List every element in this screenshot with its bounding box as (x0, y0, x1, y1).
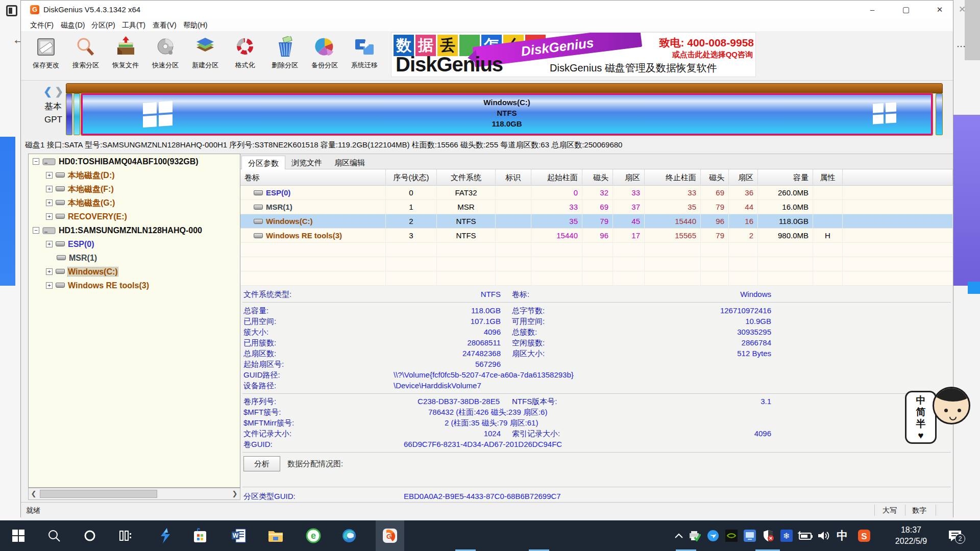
word-icon[interactable]: W (227, 520, 251, 551)
tree-item-recovery-e[interactable]: +RECOVERY(E:) (29, 209, 240, 223)
search-partition-button[interactable]: 搜索分区 (66, 33, 106, 79)
sogou-tray-icon[interactable]: S (855, 520, 873, 551)
recover-files-button[interactable]: 恢复文件 (106, 33, 145, 79)
col-header[interactable]: 起始柱面 (531, 169, 582, 186)
taskbar-clock[interactable]: 18:37 2022/5/9 (886, 524, 937, 547)
search-icon[interactable] (42, 520, 66, 551)
cell-end-cyl: 33 (645, 186, 701, 200)
intel-graphics-tray-icon[interactable] (741, 520, 758, 551)
col-header[interactable]: 卷标 (240, 169, 386, 186)
status-bar: 就绪 大写 数字 (21, 502, 953, 517)
menu-partition[interactable]: 分区(P) (88, 20, 118, 30)
ad-qq-link[interactable]: 或点击此处选择QQ咨询 (616, 50, 753, 60)
volume-tray-icon[interactable] (815, 520, 833, 551)
cortana-icon[interactable] (78, 520, 102, 551)
nvidia-tray-icon[interactable] (723, 520, 740, 551)
new-partition-button[interactable]: 新建分区 (185, 33, 225, 79)
partition-block-msr[interactable] (74, 93, 80, 135)
ime-indicator[interactable]: 中 (834, 520, 850, 551)
partition-block-windows-c[interactable]: Windows(C:) NTFS 118.0GB (81, 93, 933, 135)
tree-horizontal-scrollbar[interactable]: ❮ ❯ (28, 488, 240, 500)
tree-item-hd1[interactable]: −HD1:SAMSUNGMZNLN128HAHQ-000 (29, 223, 240, 237)
expand-icon[interactable]: + (46, 282, 53, 289)
tree-item-local-f[interactable]: +本地磁盘(F:) (29, 182, 240, 195)
toolbar-label: 格式化 (225, 61, 265, 70)
internet-explorer-icon[interactable]: e (301, 520, 326, 551)
delete-partition-button[interactable]: 删除分区 (265, 33, 305, 79)
battery-tray-icon[interactable] (796, 520, 815, 551)
quick-partition-button[interactable]: 快速分区 (145, 33, 185, 79)
col-header[interactable]: 属性 (813, 169, 843, 186)
microsoft-store-icon[interactable] (188, 520, 212, 551)
expand-icon[interactable]: + (46, 268, 53, 275)
collapse-icon[interactable]: − (33, 227, 39, 234)
maximize-button[interactable]: ▢ (892, 1, 920, 19)
partition-block-esp[interactable] (66, 93, 72, 135)
expand-icon[interactable]: + (46, 172, 53, 179)
tree-item-esp[interactable]: +ESP(0) (29, 237, 240, 251)
tree-item-hd0[interactable]: −HD0:TOSHIBAMQ04ABF100(932GB) (29, 154, 240, 168)
expand-icon[interactable]: + (46, 241, 53, 247)
printer-tray-icon[interactable] (686, 520, 703, 551)
edge-icon[interactable] (337, 520, 361, 551)
action-center-icon[interactable]: 2 (942, 520, 968, 551)
disk-info-line: 磁盘1 接口:SATA 型号:SAMSUNGMZNLN128HAHQ-000H1… (21, 137, 953, 153)
partition-block-re-tools[interactable] (936, 93, 943, 135)
ad-banner[interactable]: 数 据 丢 怎 么 ！ DiskGenius 致电: 400-008-9958 … (391, 32, 756, 77)
expand-icon[interactable]: + (46, 213, 53, 220)
table-row-esp[interactable]: ESP(0) 0 FAT32 0 32 33 33 69 36 260.0MB (240, 186, 953, 200)
scrollbar-thumb[interactable] (40, 490, 157, 498)
menu-file[interactable]: 文件(F) (27, 20, 57, 30)
task-view-icon[interactable] (113, 520, 138, 551)
tree-item-local-g[interactable]: +本地磁盘(G:) (29, 195, 240, 209)
col-header[interactable]: 序号(状态) (386, 169, 437, 186)
analyze-button[interactable]: 分析 (243, 456, 280, 471)
snowflake-tray-icon[interactable]: ❄ (778, 520, 795, 551)
scroll-left-icon[interactable]: ❮ (29, 489, 38, 498)
floating-helper-widget[interactable]: 中 简 半 ♥ (905, 387, 979, 446)
menu-tools[interactable]: 工具(T) (119, 20, 149, 30)
tree-item-re-tools[interactable]: +Windows RE tools(3) (29, 278, 240, 292)
collapse-icon[interactable]: − (33, 158, 39, 165)
tree-item-local-d[interactable]: +本地磁盘(D:) (29, 168, 240, 182)
table-row-re-tools[interactable]: Windows RE tools(3) 3 NTFS 15440 96 17 1… (240, 229, 953, 243)
system-migration-button[interactable]: 系统迁移 (345, 33, 384, 79)
cell-capacity: 16.0MB (758, 200, 813, 214)
dingtalk-tray-icon[interactable] (704, 520, 722, 551)
scroll-right-icon[interactable]: ❯ (230, 489, 239, 498)
col-header[interactable]: 文件系统 (437, 169, 496, 186)
col-header[interactable]: 磁头 (582, 169, 613, 186)
table-row-msr[interactable]: MSR(1) 1 MSR 33 69 37 35 79 44 16.0MB (240, 200, 953, 214)
tab-browse-files[interactable]: 浏览文件 (285, 156, 328, 169)
save-changes-button[interactable]: 保存更改 (26, 33, 66, 79)
tab-sector-edit[interactable]: 扇区编辑 (328, 156, 371, 169)
divider (936, 505, 936, 516)
format-button[interactable]: 格式化 (225, 33, 265, 79)
defender-tray-icon[interactable] (760, 520, 777, 551)
diskgenius-taskbar-icon[interactable]: G (378, 520, 402, 551)
menu-disk[interactable]: 磁盘(D) (58, 20, 88, 30)
disk-nav-arrows[interactable]: ❮ ❯ (43, 85, 63, 97)
start-button[interactable] (6, 520, 31, 551)
detail-value: \\?\Volume{fcf0fc5b-5207-47ce-a60a-7da61… (394, 370, 574, 379)
col-header[interactable]: 扇区 (729, 169, 758, 186)
table-row-windows-c-selected[interactable]: Windows(C:) 2 NTFS 35 79 45 15440 96 16 … (240, 214, 953, 229)
detail-value: C238-DB37-38DB-28E5 (353, 397, 500, 406)
minimize-button[interactable]: – (858, 1, 887, 19)
col-header[interactable]: 扇区 (613, 169, 645, 186)
menu-help[interactable]: 帮助(H) (180, 20, 210, 30)
tab-partition-params[interactable]: 分区参数 (241, 156, 285, 169)
col-header[interactable]: 终止柱面 (645, 169, 701, 186)
expand-icon[interactable]: + (46, 186, 53, 192)
expand-icon[interactable]: + (46, 199, 53, 206)
menu-view[interactable]: 查看(V) (150, 20, 180, 30)
file-explorer-icon[interactable] (263, 520, 288, 551)
close-button[interactable]: ✕ (925, 1, 954, 19)
tree-item-msr[interactable]: MSR(1) (29, 251, 240, 264)
backup-partition-button[interactable]: 备份分区 (305, 33, 345, 79)
col-header[interactable]: 容量 (758, 169, 813, 186)
tree-item-windows-c[interactable]: +Windows(C:) (29, 264, 240, 278)
flash-app-icon[interactable] (153, 520, 178, 551)
col-header[interactable]: 磁头 (701, 169, 729, 186)
col-header[interactable]: 标识 (496, 169, 531, 186)
